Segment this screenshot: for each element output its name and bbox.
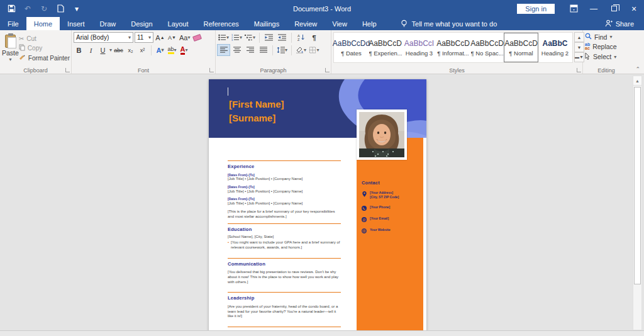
sign-in-button[interactable]: Sign in [517,4,555,14]
align-center-button[interactable] [231,45,243,55]
show-hide-pilcrow-button[interactable]: ¶ [308,32,320,43]
scrollbar-thumb[interactable] [634,87,641,284]
ribbon-display-options-icon[interactable] [564,0,584,17]
paste-button[interactable]: Paste ▾ [2,32,19,65]
education-section[interactable]: Education [School Name], [City, State] •… [228,223,341,250]
tab-review[interactable]: Review [287,17,325,30]
strikethrough-button[interactable]: abc [113,45,124,55]
vertical-scrollbar[interactable]: ▲ [633,76,642,330]
style-no-spacing[interactable]: AaBbCcD ¶ No Spac... [470,33,504,62]
numbering-button[interactable]: 123▾ [231,32,243,43]
minimize-icon[interactable]: — [584,0,604,17]
collapse-ribbon-icon[interactable]: ⌃ [635,66,640,72]
select-button[interactable]: Select ▾ [585,53,628,61]
borders-button[interactable]: ▾ [308,45,320,55]
highlight-color-button[interactable]: ab▾ [167,45,177,55]
superscript-button[interactable]: x² [137,45,148,55]
font-size-combobox[interactable]: 11 ▾ [135,32,153,43]
resume-name-block[interactable]: [First Name] [Surname] [229,98,284,125]
restore-icon[interactable] [604,0,624,17]
document-page[interactable]: [First Name] [Surname] [209,79,426,330]
leadership-heading[interactable]: Leadership [228,295,341,301]
education-bullet-text[interactable]: [You might want to include your GPA here… [231,240,341,250]
experience-jobline[interactable]: [Job Title] • [Job Position] • [Company … [228,189,341,194]
clear-formatting-button[interactable] [192,32,203,43]
leadership-section[interactable]: Leadership [Are you president of your fr… [228,292,341,319]
italic-button[interactable]: I [86,45,96,55]
tab-references[interactable]: References [196,17,247,30]
change-case-button[interactable]: Aa▾ [179,32,191,43]
paragraph-dialog-launcher-icon[interactable] [325,68,330,72]
style-heading-3[interactable]: AaBbCcI Heading 3 [402,33,436,62]
font-color-button[interactable]: A▾ [179,45,189,55]
education-heading[interactable]: Education [228,227,341,233]
sort-button[interactable]: AZ [295,32,307,43]
style-dates[interactable]: AaBbCcDd ¶ Dates [335,33,368,62]
justify-button[interactable] [257,45,269,55]
find-button[interactable]: Find ▾ [585,33,628,41]
underline-dropdown-icon[interactable]: ▾ [109,47,112,53]
font-name-combobox[interactable]: Arial (Body) ▾ [74,32,133,43]
communication-section[interactable]: Communication [You delivered that big pr… [228,258,341,285]
contact-email-item[interactable]: @ [Your Email] [362,216,422,222]
tell-me-box[interactable]: Tell me what you want to do [401,17,497,30]
experience-section[interactable]: Experience [Dates From]–[To] [Job Title]… [228,160,341,219]
increase-indent-button[interactable] [276,32,288,43]
bold-button[interactable]: B [74,45,84,55]
format-painter-button[interactable]: Format Painter [19,54,70,62]
website-text[interactable]: Your Website [370,228,391,232]
shrink-font-button[interactable]: A▼ [167,32,177,43]
experience-jobline[interactable]: [Job Title] • [Job Position] • [Company … [228,177,341,182]
replace-button[interactable]: abac Replace [585,43,628,51]
address-line1[interactable]: [Your Address] [370,191,393,194]
close-icon[interactable]: × [624,0,644,17]
clipboard-dialog-launcher-icon[interactable] [65,68,70,72]
bullets-button[interactable]: ▾ [218,32,230,43]
style-experience[interactable]: AaBbCcD ¶ Experien... [369,33,402,62]
grow-font-button[interactable]: A▲ [155,32,165,43]
surname-placeholder[interactable]: [Surname] [229,111,284,125]
font-dialog-launcher-icon[interactable] [209,68,214,72]
experience-heading[interactable]: Experience [228,164,341,170]
text-effects-button[interactable]: A▾ [155,45,165,55]
underline-button[interactable]: U [97,45,108,55]
decrease-indent-button[interactable] [263,32,275,43]
tab-mailings[interactable]: Mailings [247,17,287,30]
subscript-button[interactable]: x₂ [125,45,136,55]
customize-qat-icon[interactable]: ▾ [72,4,82,14]
contact-phone-item[interactable]: [Your Phone] [362,205,422,211]
align-left-button[interactable] [218,45,230,55]
tab-design[interactable]: Design [123,17,160,30]
tab-draw[interactable]: Draw [92,17,124,30]
tab-layout[interactable]: Layout [160,17,196,30]
scroll-up-icon[interactable]: ▲ [633,76,641,86]
new-document-icon[interactable] [55,4,65,14]
font-name-dropdown-icon[interactable]: ▾ [128,35,131,40]
tab-help[interactable]: Help [355,17,384,30]
education-school[interactable]: [School Name], [City, State] [228,235,341,240]
address-line2[interactable]: [City, ST ZIP Code] [370,195,399,199]
tab-view[interactable]: View [325,17,355,30]
email-text[interactable]: [Your Email] [370,216,389,221]
cut-button[interactable]: ✂ Cut [19,35,70,42]
communication-body[interactable]: [You delivered that big presentation to … [228,270,341,284]
redo-icon[interactable]: ↻ [39,4,49,14]
shading-button[interactable]: ▾ [295,45,307,55]
phone-text[interactable]: [Your Phone] [370,205,390,210]
style-heading-2[interactable]: AaBbC Heading 2 [538,33,572,62]
communication-heading[interactable]: Communication [228,261,341,267]
share-button[interactable]: Share [605,17,644,30]
paste-dropdown-icon[interactable]: ▾ [9,57,11,62]
profile-photo[interactable] [357,109,407,160]
save-icon[interactable] [6,4,16,14]
copy-button[interactable]: Copy [19,44,70,52]
experience-summary[interactable]: [This is the place for a brief summary o… [228,210,341,220]
align-right-button[interactable] [244,45,256,55]
leadership-body[interactable]: [Are you president of your fraternity, h… [228,305,341,319]
tab-home[interactable]: Home [26,17,60,30]
experience-jobline[interactable]: [Job Title] • [Job Position] • [Company … [228,201,341,206]
contact-heading[interactable]: Contact [362,180,422,186]
line-spacing-button[interactable]: ▾ [276,45,288,55]
styles-dialog-launcher-icon[interactable] [577,68,581,72]
tab-insert[interactable]: Insert [60,17,92,30]
